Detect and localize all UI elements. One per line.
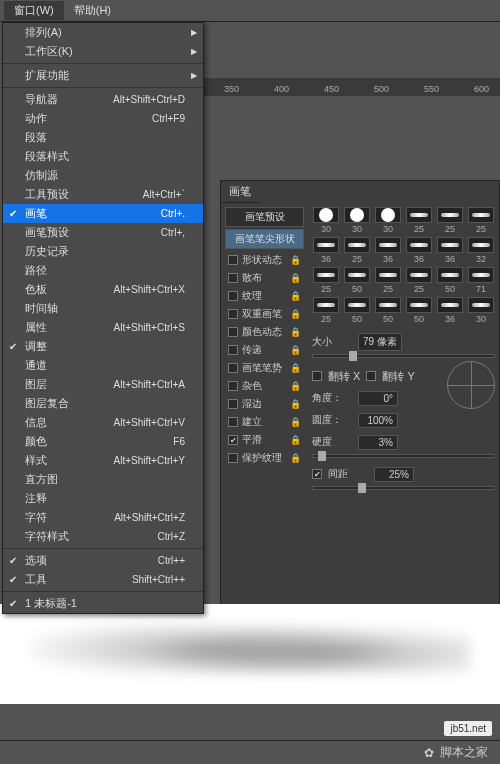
spacing-checkbox[interactable]: ✔	[312, 469, 322, 479]
brush-tip-cell[interactable]: 25	[312, 297, 340, 324]
brush-tip-cell[interactable]: 25	[312, 267, 340, 294]
opt-texture[interactable]: 纹理🔒	[225, 287, 304, 305]
opt-wet-edges[interactable]: 湿边🔒	[225, 395, 304, 413]
brush-tip-cell[interactable]: 30	[343, 207, 371, 234]
opt-brush-pose[interactable]: 画笔笔势🔒	[225, 359, 304, 377]
brush-tip-cell[interactable]: 25	[467, 207, 495, 234]
opt-transfer[interactable]: 传递🔒	[225, 341, 304, 359]
checkbox-icon[interactable]	[228, 417, 238, 427]
menu-brush[interactable]: ✔画笔Ctrl+.	[3, 204, 203, 223]
menu-workspace[interactable]: 工作区(K)▶	[3, 42, 203, 61]
menu-brush-presets[interactable]: 画笔预设Ctrl+,	[3, 223, 203, 242]
brush-tip-cell[interactable]: 30	[312, 207, 340, 234]
brush-tip-cell[interactable]: 50	[436, 267, 464, 294]
angle-input[interactable]: 0°	[358, 391, 398, 406]
checkbox-icon[interactable]	[228, 345, 238, 355]
brush-tip-cell[interactable]: 25	[436, 207, 464, 234]
brush-tip-cell[interactable]: 71	[467, 267, 495, 294]
menu-clone-source[interactable]: 仿制源	[3, 166, 203, 185]
brush-tip-cell[interactable]: 50	[405, 297, 433, 324]
checkbox-icon[interactable]	[228, 255, 238, 265]
menu-paragraph[interactable]: 段落	[3, 128, 203, 147]
menu-styles[interactable]: 样式Alt+Shift+Ctrl+Y	[3, 451, 203, 470]
brush-stroke-preview	[30, 624, 470, 674]
checkbox-icon[interactable]: ✔	[228, 435, 238, 445]
menu-extensions[interactable]: 扩展功能▶	[3, 66, 203, 85]
brush-tip-cell[interactable]: 25	[374, 267, 402, 294]
spacing-input[interactable]: 25%	[374, 467, 414, 482]
menu-tools[interactable]: ✔工具Shift+Ctrl++	[3, 570, 203, 589]
menu-history[interactable]: 历史记录	[3, 242, 203, 261]
panel-tab-brush[interactable]: 画笔	[221, 181, 259, 203]
menu-doc1[interactable]: ✔1 未标题-1	[3, 594, 203, 613]
menu-properties[interactable]: 属性Alt+Shift+Ctrl+S	[3, 318, 203, 337]
brush-tip-cell[interactable]: 50	[343, 297, 371, 324]
size-input[interactable]: 79 像素	[358, 333, 402, 351]
hardness-slider[interactable]	[312, 454, 495, 458]
menu-layer-comps[interactable]: 图层复合	[3, 394, 203, 413]
roundness-input[interactable]: 100%	[358, 413, 398, 428]
spacing-slider[interactable]	[312, 486, 495, 490]
checkbox-icon[interactable]	[228, 399, 238, 409]
hardness-input[interactable]: 3%	[358, 435, 398, 450]
brush-presets-button[interactable]: 画笔预设	[225, 207, 304, 227]
menu-help[interactable]: 帮助(H)	[64, 1, 121, 20]
opt-scatter[interactable]: 散布🔒	[225, 269, 304, 287]
menu-adjustments[interactable]: ✔调整	[3, 337, 203, 356]
brush-tip-shape-button[interactable]: 画笔笔尖形状	[225, 229, 304, 249]
menu-window[interactable]: 窗口(W)	[4, 1, 64, 20]
watermark: jb51.net	[444, 721, 492, 736]
menu-paths[interactable]: 路径	[3, 261, 203, 280]
flip-x-checkbox[interactable]	[312, 371, 322, 381]
menu-layers[interactable]: 图层Alt+Shift+Ctrl+A	[3, 375, 203, 394]
menu-separator	[3, 87, 203, 88]
brush-tip-cell[interactable]: 32	[467, 237, 495, 264]
opt-noise[interactable]: 杂色🔒	[225, 377, 304, 395]
menu-actions[interactable]: 动作Ctrl+F9	[3, 109, 203, 128]
brush-tip-cell[interactable]: 25	[405, 207, 433, 234]
menu-tool-presets[interactable]: 工具预设Alt+Ctrl+`	[3, 185, 203, 204]
size-slider[interactable]	[312, 354, 495, 358]
menu-timeline[interactable]: 时间轴	[3, 299, 203, 318]
opt-buildup[interactable]: 建立🔒	[225, 413, 304, 431]
opt-protect-texture[interactable]: 保护纹理🔒	[225, 449, 304, 467]
opt-smoothing[interactable]: ✔平滑🔒	[225, 431, 304, 449]
spacing-row: ✔ 间距 25%	[312, 464, 495, 484]
menu-channels[interactable]: 通道	[3, 356, 203, 375]
menu-paragraph-styles[interactable]: 段落样式	[3, 147, 203, 166]
opt-dual-brush[interactable]: 双重画笔🔒	[225, 305, 304, 323]
menu-color[interactable]: 颜色F6	[3, 432, 203, 451]
brush-tip-cell[interactable]: 50	[343, 267, 371, 294]
menu-char-styles[interactable]: 字符样式Ctrl+Z	[3, 527, 203, 546]
lock-icon: 🔒	[290, 435, 301, 445]
checkbox-icon[interactable]	[228, 327, 238, 337]
brush-tip-cell[interactable]: 30	[467, 297, 495, 324]
checkbox-icon[interactable]	[228, 453, 238, 463]
brush-tip-cell[interactable]: 25	[343, 237, 371, 264]
checkbox-icon[interactable]	[228, 381, 238, 391]
angle-widget[interactable]	[447, 361, 495, 409]
brush-tip-cell[interactable]: 36	[436, 237, 464, 264]
flip-y-checkbox[interactable]	[366, 371, 376, 381]
opt-shape-dynamics[interactable]: 形状动态🔒	[225, 251, 304, 269]
opt-color-dynamics[interactable]: 颜色动态🔒	[225, 323, 304, 341]
menu-info[interactable]: 信息Alt+Shift+Ctrl+V	[3, 413, 203, 432]
checkbox-icon[interactable]	[228, 291, 238, 301]
menu-arrange[interactable]: 排列(A)▶	[3, 23, 203, 42]
menu-histogram[interactable]: 直方图	[3, 470, 203, 489]
brush-tip-cell[interactable]: 36	[312, 237, 340, 264]
brush-tip-cell[interactable]: 36	[436, 297, 464, 324]
menu-notes[interactable]: 注释	[3, 489, 203, 508]
menu-options[interactable]: ✔选项Ctrl++	[3, 551, 203, 570]
menu-character[interactable]: 字符Alt+Shift+Ctrl+Z	[3, 508, 203, 527]
checkbox-icon[interactable]	[228, 273, 238, 283]
checkbox-icon[interactable]	[228, 363, 238, 373]
menu-navigator[interactable]: 导航器Alt+Shift+Ctrl+D	[3, 90, 203, 109]
brush-tip-cell[interactable]: 30	[374, 207, 402, 234]
brush-tip-cell[interactable]: 36	[405, 237, 433, 264]
brush-tip-cell[interactable]: 25	[405, 267, 433, 294]
checkbox-icon[interactable]	[228, 309, 238, 319]
brush-tip-cell[interactable]: 36	[374, 237, 402, 264]
brush-tip-cell[interactable]: 50	[374, 297, 402, 324]
menu-swatches[interactable]: 色板Alt+Shift+Ctrl+X	[3, 280, 203, 299]
